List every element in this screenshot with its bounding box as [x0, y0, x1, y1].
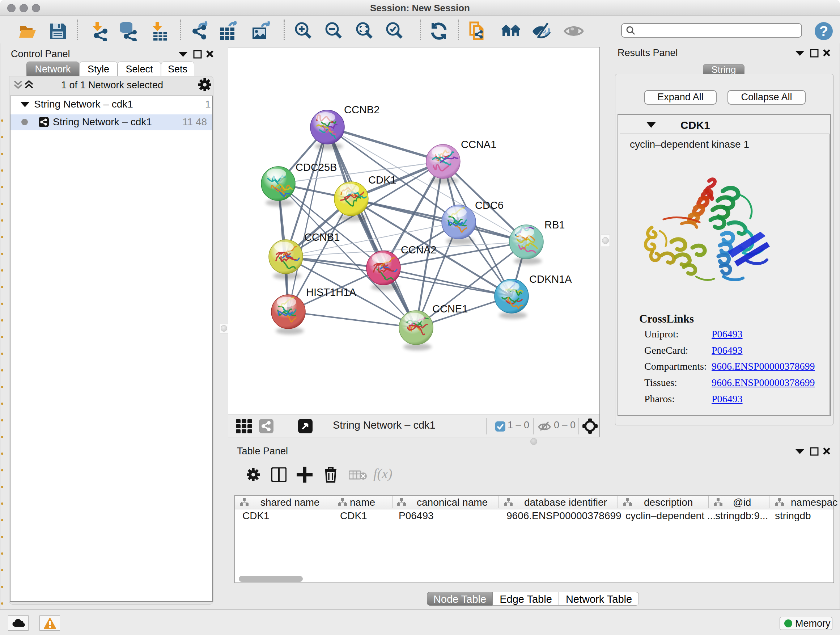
svg-text:CCNB2: CCNB2	[344, 104, 379, 116]
svg-text:CCNB1: CCNB1	[304, 231, 340, 243]
svg-text:HIST1H1A: HIST1H1A	[306, 287, 356, 298]
svg-text:CDC25B: CDC25B	[295, 162, 337, 173]
svg-text:CDK1: CDK1	[368, 174, 396, 186]
svg-text:?: ?	[819, 23, 828, 39]
svg-text:CCNE1: CCNE1	[432, 303, 468, 315]
svg-text:CCNA1: CCNA1	[461, 139, 496, 150]
svg-text:CDC6: CDC6	[475, 200, 504, 211]
svg-text:RB1: RB1	[545, 219, 565, 231]
svg-text:CDKN1A: CDKN1A	[529, 273, 572, 285]
svg-text:CCNA2: CCNA2	[401, 244, 436, 256]
